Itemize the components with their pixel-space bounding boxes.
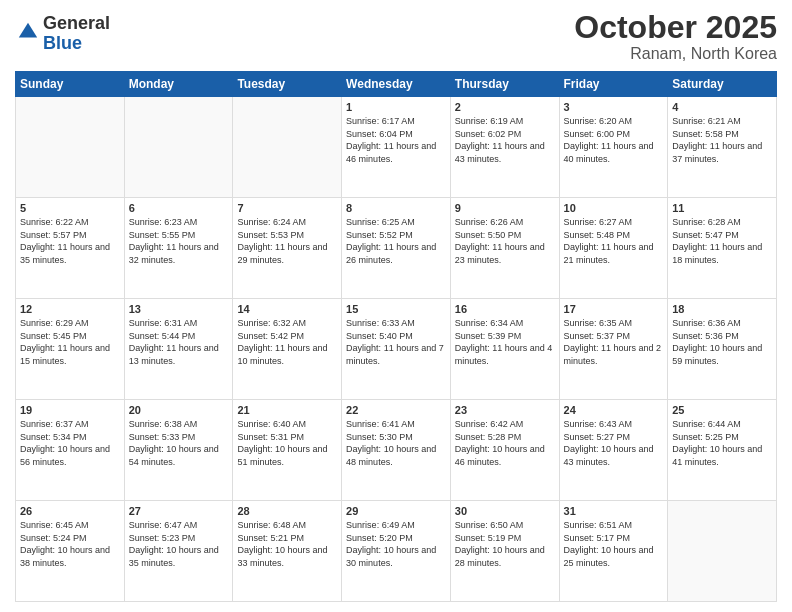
day-cell-27: 27Sunrise: 6:47 AM Sunset: 5:23 PM Dayli… [124, 501, 233, 602]
day-number: 5 [20, 202, 120, 214]
day-info: Sunrise: 6:48 AM Sunset: 5:21 PM Dayligh… [237, 519, 337, 569]
day-cell-28: 28Sunrise: 6:48 AM Sunset: 5:21 PM Dayli… [233, 501, 342, 602]
day-cell-4: 4Sunrise: 6:21 AM Sunset: 5:58 PM Daylig… [668, 97, 777, 198]
day-info: Sunrise: 6:41 AM Sunset: 5:30 PM Dayligh… [346, 418, 446, 468]
day-info: Sunrise: 6:28 AM Sunset: 5:47 PM Dayligh… [672, 216, 772, 266]
day-cell-22: 22Sunrise: 6:41 AM Sunset: 5:30 PM Dayli… [342, 400, 451, 501]
logo-icon [17, 21, 39, 43]
day-cell-15: 15Sunrise: 6:33 AM Sunset: 5:40 PM Dayli… [342, 299, 451, 400]
weekday-header-tuesday: Tuesday [233, 72, 342, 97]
day-cell-16: 16Sunrise: 6:34 AM Sunset: 5:39 PM Dayli… [450, 299, 559, 400]
day-cell-23: 23Sunrise: 6:42 AM Sunset: 5:28 PM Dayli… [450, 400, 559, 501]
day-cell-empty [124, 97, 233, 198]
day-number: 14 [237, 303, 337, 315]
day-cell-24: 24Sunrise: 6:43 AM Sunset: 5:27 PM Dayli… [559, 400, 668, 501]
day-cell-14: 14Sunrise: 6:32 AM Sunset: 5:42 PM Dayli… [233, 299, 342, 400]
logo-general-text: General [43, 13, 110, 33]
day-info: Sunrise: 6:49 AM Sunset: 5:20 PM Dayligh… [346, 519, 446, 569]
weekday-header-monday: Monday [124, 72, 233, 97]
week-row-5: 26Sunrise: 6:45 AM Sunset: 5:24 PM Dayli… [16, 501, 777, 602]
day-number: 25 [672, 404, 772, 416]
day-number: 9 [455, 202, 555, 214]
day-cell-26: 26Sunrise: 6:45 AM Sunset: 5:24 PM Dayli… [16, 501, 125, 602]
weekday-header-thursday: Thursday [450, 72, 559, 97]
day-info: Sunrise: 6:35 AM Sunset: 5:37 PM Dayligh… [564, 317, 664, 367]
weekday-header-sunday: Sunday [16, 72, 125, 97]
day-info: Sunrise: 6:24 AM Sunset: 5:53 PM Dayligh… [237, 216, 337, 266]
day-cell-30: 30Sunrise: 6:50 AM Sunset: 5:19 PM Dayli… [450, 501, 559, 602]
logo: General Blue [15, 14, 110, 54]
day-number: 3 [564, 101, 664, 113]
day-cell-19: 19Sunrise: 6:37 AM Sunset: 5:34 PM Dayli… [16, 400, 125, 501]
week-row-1: 1Sunrise: 6:17 AM Sunset: 6:04 PM Daylig… [16, 97, 777, 198]
day-number: 6 [129, 202, 229, 214]
day-number: 29 [346, 505, 446, 517]
day-cell-3: 3Sunrise: 6:20 AM Sunset: 6:00 PM Daylig… [559, 97, 668, 198]
day-number: 24 [564, 404, 664, 416]
day-number: 11 [672, 202, 772, 214]
day-info: Sunrise: 6:36 AM Sunset: 5:36 PM Dayligh… [672, 317, 772, 367]
day-number: 31 [564, 505, 664, 517]
day-cell-18: 18Sunrise: 6:36 AM Sunset: 5:36 PM Dayli… [668, 299, 777, 400]
day-info: Sunrise: 6:22 AM Sunset: 5:57 PM Dayligh… [20, 216, 120, 266]
day-number: 13 [129, 303, 229, 315]
day-info: Sunrise: 6:23 AM Sunset: 5:55 PM Dayligh… [129, 216, 229, 266]
day-cell-11: 11Sunrise: 6:28 AM Sunset: 5:47 PM Dayli… [668, 198, 777, 299]
day-info: Sunrise: 6:34 AM Sunset: 5:39 PM Dayligh… [455, 317, 555, 367]
day-number: 1 [346, 101, 446, 113]
logo-text: General Blue [43, 14, 110, 54]
day-info: Sunrise: 6:43 AM Sunset: 5:27 PM Dayligh… [564, 418, 664, 468]
day-number: 21 [237, 404, 337, 416]
day-cell-empty [16, 97, 125, 198]
day-cell-7: 7Sunrise: 6:24 AM Sunset: 5:53 PM Daylig… [233, 198, 342, 299]
day-number: 15 [346, 303, 446, 315]
day-number: 28 [237, 505, 337, 517]
day-cell-29: 29Sunrise: 6:49 AM Sunset: 5:20 PM Dayli… [342, 501, 451, 602]
day-info: Sunrise: 6:20 AM Sunset: 6:00 PM Dayligh… [564, 115, 664, 165]
day-cell-25: 25Sunrise: 6:44 AM Sunset: 5:25 PM Dayli… [668, 400, 777, 501]
day-number: 17 [564, 303, 664, 315]
day-number: 16 [455, 303, 555, 315]
day-cell-31: 31Sunrise: 6:51 AM Sunset: 5:17 PM Dayli… [559, 501, 668, 602]
day-info: Sunrise: 6:25 AM Sunset: 5:52 PM Dayligh… [346, 216, 446, 266]
day-cell-20: 20Sunrise: 6:38 AM Sunset: 5:33 PM Dayli… [124, 400, 233, 501]
logo-blue-text: Blue [43, 33, 82, 53]
day-info: Sunrise: 6:42 AM Sunset: 5:28 PM Dayligh… [455, 418, 555, 468]
day-cell-1: 1Sunrise: 6:17 AM Sunset: 6:04 PM Daylig… [342, 97, 451, 198]
week-row-4: 19Sunrise: 6:37 AM Sunset: 5:34 PM Dayli… [16, 400, 777, 501]
day-info: Sunrise: 6:50 AM Sunset: 5:19 PM Dayligh… [455, 519, 555, 569]
day-number: 23 [455, 404, 555, 416]
week-row-3: 12Sunrise: 6:29 AM Sunset: 5:45 PM Dayli… [16, 299, 777, 400]
day-number: 7 [237, 202, 337, 214]
day-number: 8 [346, 202, 446, 214]
day-number: 4 [672, 101, 772, 113]
title-block: October 2025 Ranam, North Korea [574, 10, 777, 63]
week-row-2: 5Sunrise: 6:22 AM Sunset: 5:57 PM Daylig… [16, 198, 777, 299]
header: General Blue October 2025 Ranam, North K… [15, 10, 777, 63]
day-cell-empty [668, 501, 777, 602]
day-info: Sunrise: 6:31 AM Sunset: 5:44 PM Dayligh… [129, 317, 229, 367]
day-cell-9: 9Sunrise: 6:26 AM Sunset: 5:50 PM Daylig… [450, 198, 559, 299]
weekday-header-friday: Friday [559, 72, 668, 97]
day-number: 30 [455, 505, 555, 517]
day-info: Sunrise: 6:21 AM Sunset: 5:58 PM Dayligh… [672, 115, 772, 165]
day-info: Sunrise: 6:44 AM Sunset: 5:25 PM Dayligh… [672, 418, 772, 468]
day-number: 12 [20, 303, 120, 315]
day-cell-6: 6Sunrise: 6:23 AM Sunset: 5:55 PM Daylig… [124, 198, 233, 299]
day-number: 27 [129, 505, 229, 517]
weekday-header-saturday: Saturday [668, 72, 777, 97]
calendar-table: SundayMondayTuesdayWednesdayThursdayFrid… [15, 71, 777, 602]
day-info: Sunrise: 6:19 AM Sunset: 6:02 PM Dayligh… [455, 115, 555, 165]
svg-marker-0 [19, 23, 37, 38]
day-cell-13: 13Sunrise: 6:31 AM Sunset: 5:44 PM Dayli… [124, 299, 233, 400]
day-cell-2: 2Sunrise: 6:19 AM Sunset: 6:02 PM Daylig… [450, 97, 559, 198]
day-info: Sunrise: 6:33 AM Sunset: 5:40 PM Dayligh… [346, 317, 446, 367]
day-cell-12: 12Sunrise: 6:29 AM Sunset: 5:45 PM Dayli… [16, 299, 125, 400]
day-info: Sunrise: 6:40 AM Sunset: 5:31 PM Dayligh… [237, 418, 337, 468]
day-info: Sunrise: 6:29 AM Sunset: 5:45 PM Dayligh… [20, 317, 120, 367]
day-cell-empty [233, 97, 342, 198]
day-info: Sunrise: 6:47 AM Sunset: 5:23 PM Dayligh… [129, 519, 229, 569]
day-number: 18 [672, 303, 772, 315]
weekday-header-row: SundayMondayTuesdayWednesdayThursdayFrid… [16, 72, 777, 97]
location: Ranam, North Korea [574, 45, 777, 63]
